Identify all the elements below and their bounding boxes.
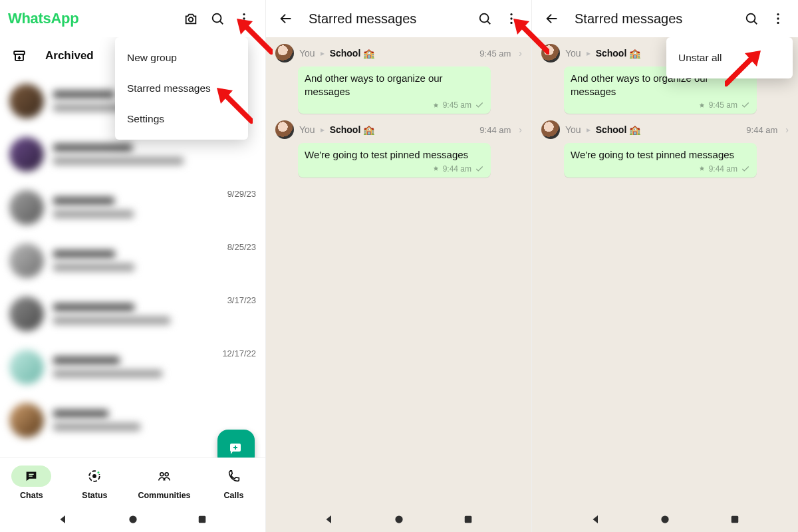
- more-icon[interactable]: [498, 5, 525, 32]
- starred-body: You▸School 🏫9:45 am›And other ways to or…: [266, 37, 531, 532]
- check-icon: [475, 164, 484, 174]
- star-icon: [432, 165, 440, 172]
- search-icon[interactable]: [204, 5, 231, 32]
- avatar: [9, 350, 44, 384]
- menu-new-group[interactable]: New group: [115, 43, 248, 73]
- camera-icon[interactable]: [178, 5, 204, 32]
- page-title: Starred messages: [575, 11, 682, 27]
- avatar: [9, 243, 44, 278]
- message-bubble: We're going to test pinned messages9:44 …: [298, 143, 491, 178]
- message-time: 9:45 am: [443, 100, 471, 110]
- chat-row[interactable]: 3/17/23: [0, 287, 265, 340]
- whatsapp-header: WhatsApp: [0, 0, 265, 37]
- chevron-right-icon: ▸: [587, 49, 591, 58]
- menu-settings[interactable]: Settings: [115, 104, 248, 134]
- starred-header: Starred messages: [266, 0, 531, 37]
- menu-starred-messages[interactable]: Starred messages: [115, 73, 248, 104]
- chat-list-body: Archived 9/29/238/25/233/17/2312/17/22 N…: [0, 37, 265, 532]
- chevron-right-icon: ▸: [321, 125, 325, 134]
- message-bubble: We're going to test pinned messages9:44 …: [564, 143, 757, 178]
- sender-you: You: [299, 124, 315, 135]
- tab-calls-label: Calls: [224, 491, 244, 500]
- brand-logo: WhatsApp: [8, 10, 78, 27]
- search-icon[interactable]: [471, 5, 498, 32]
- message-text: We're going to test pinned messages: [305, 148, 484, 162]
- tab-status-label: Status: [82, 491, 107, 500]
- star-icon: [698, 165, 706, 172]
- nav-recent-icon[interactable]: [729, 513, 741, 525]
- chat-row[interactable]: 9/29/23: [0, 181, 265, 234]
- avatar: [275, 120, 294, 139]
- sender-you: You: [299, 48, 315, 59]
- status-icon: [87, 469, 102, 483]
- message-header: You▸School 🏫9:44 am›: [541, 120, 789, 139]
- chat-preview: [53, 144, 251, 165]
- more-icon[interactable]: [765, 5, 791, 32]
- archived-label: Archived: [45, 49, 94, 63]
- chevron-right-icon: ›: [519, 124, 522, 135]
- android-nav: [266, 507, 531, 532]
- avatar: [9, 190, 44, 225]
- message-text: We're going to test pinned messages: [571, 148, 750, 162]
- pane-starred-unstar: Starred messages You▸School 🏫9:45 am›And…: [532, 0, 798, 532]
- chat-preview: [53, 197, 222, 218]
- communities-icon: [157, 469, 172, 483]
- back-icon[interactable]: [539, 5, 565, 32]
- message-meta: 9:45 am: [571, 100, 750, 110]
- group-name: School 🏫: [330, 48, 375, 59]
- tab-communities[interactable]: Communities: [138, 466, 190, 500]
- tab-calls[interactable]: Calls: [214, 466, 254, 500]
- nav-back-icon[interactable]: [323, 513, 335, 525]
- check-icon: [741, 164, 750, 174]
- nav-back-icon[interactable]: [590, 513, 602, 525]
- group-name: School 🏫: [596, 124, 641, 135]
- chat-time: 3/17/23: [227, 295, 256, 305]
- message-header: You▸School 🏫9:44 am›: [275, 120, 522, 139]
- message-meta: 9:44 am: [571, 164, 750, 174]
- more-icon[interactable]: [231, 5, 257, 32]
- avatar: [541, 120, 560, 139]
- new-chat-icon: [228, 440, 244, 456]
- chat-preview: [53, 410, 251, 431]
- sender-you: You: [565, 124, 581, 135]
- message-text: And other ways to organize our messages: [305, 72, 484, 98]
- chat-row[interactable]: 12/17/22: [0, 340, 265, 394]
- nav-home-icon[interactable]: [659, 513, 671, 525]
- nav-back-icon[interactable]: [57, 513, 69, 525]
- star-icon: [432, 102, 440, 109]
- message-meta: 9:45 am: [305, 100, 484, 110]
- nav-home-icon[interactable]: [393, 513, 405, 525]
- tab-chats[interactable]: Chats: [11, 466, 51, 500]
- chat-preview: [53, 303, 222, 325]
- tab-status[interactable]: Status: [74, 466, 114, 500]
- back-icon[interactable]: [273, 5, 299, 32]
- message-bubble: And other ways to organize our messages9…: [298, 66, 491, 114]
- search-icon[interactable]: [738, 5, 765, 32]
- nav-home-icon[interactable]: [127, 513, 139, 525]
- nav-recent-icon[interactable]: [196, 513, 208, 525]
- menu-unstar-all[interactable]: Unstar all: [666, 43, 793, 73]
- page-title: Starred messages: [309, 11, 416, 27]
- chevron-right-icon: ›: [785, 124, 789, 135]
- avatar: [9, 137, 44, 172]
- pane-starred-list: Starred messages You▸School 🏫9:45 am›And…: [266, 0, 532, 532]
- overflow-menu: New group Starred messages Settings: [115, 37, 248, 140]
- starred-message[interactable]: You▸School 🏫9:44 am›We're going to test …: [266, 120, 531, 178]
- starred-header: Starred messages: [532, 0, 798, 37]
- message-time: 9:44 am: [709, 164, 737, 174]
- chats-icon: [24, 469, 39, 483]
- chat-row[interactable]: 8/25/23: [0, 234, 265, 287]
- avatar: [275, 44, 294, 63]
- message-meta: 9:44 am: [305, 164, 484, 174]
- starred-message[interactable]: You▸School 🏫9:45 am›And other ways to or…: [266, 44, 531, 114]
- chevron-right-icon: ▸: [587, 125, 591, 134]
- message-time: 9:44 am: [443, 164, 471, 174]
- avatar: [9, 403, 44, 438]
- chat-preview: [53, 250, 222, 271]
- overflow-menu: Unstar all: [666, 37, 793, 78]
- nav-recent-icon[interactable]: [462, 513, 474, 525]
- pane-chat-list: WhatsApp Archived 9/29/238/25/233/17/231…: [0, 0, 266, 532]
- avatar: [9, 84, 44, 118]
- starred-message[interactable]: You▸School 🏫9:44 am›We're going to test …: [532, 120, 798, 178]
- message-time: 9:45 am: [709, 100, 737, 110]
